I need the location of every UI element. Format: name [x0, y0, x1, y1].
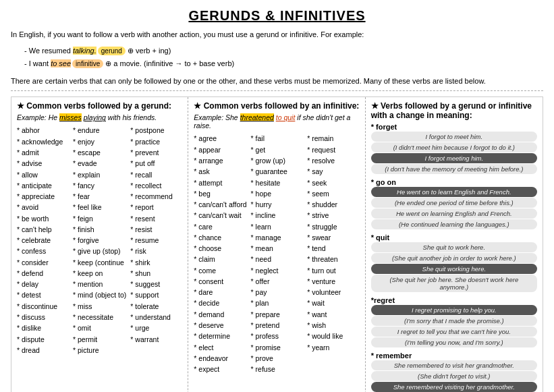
note-text: There are certain verbs that can only be… — [11, 76, 543, 91]
verb-regret: *regret I regret promising to help you. … — [371, 296, 537, 347]
col1-words-1: * abhor * acknowledge * admit * advise *… — [17, 125, 69, 356]
col-infinitive: ★ Common verbs followed by an infinitive… — [188, 97, 365, 392]
verb-go-on: * go on He went on to learn English and … — [371, 178, 537, 229]
intro-examples: - We resumed talking.gerund ⊕ verb + ing… — [24, 45, 543, 72]
main-grid: ★ Common verbs followed by a gerund: Exa… — [11, 96, 543, 392]
col2-example-highlight: threatened — [240, 113, 274, 121]
col2-word-cols: * agree * appear * arrange * ask * attem… — [194, 133, 359, 374]
example-infinitive: - I want to seeinfinitive ⊕ a movie. (in… — [24, 57, 543, 71]
star-icon-2: ★ — [194, 101, 201, 111]
example-gerund: - We resumed talking.gerund ⊕ verb + ing… — [24, 45, 543, 58]
star-icon-3: ★ — [371, 101, 379, 111]
col-change-meaning: ★ Verbs followed by a gerund or infiniti… — [366, 97, 543, 392]
infinitive-tag: infinitive — [72, 59, 103, 68]
col2-words-2: * fail * get * grow (up) * guarantee * h… — [251, 133, 304, 374]
col2-header: ★ Common verbs followed by an infinitive… — [194, 101, 359, 111]
col2-example: Example: She threatened to quit if she d… — [194, 113, 359, 130]
gerund-highlight: talking. — [73, 47, 96, 55]
verb-remember: * remember She remembered to visit her g… — [371, 352, 537, 392]
page-title: GERUNDS & INFINITIVES — [11, 8, 543, 24]
gerund-tag: gerund — [98, 47, 126, 55]
col-gerund: ★ Common verbs followed by a gerund: Exa… — [11, 97, 188, 392]
col1-word-cols: * abhor * acknowledge * admit * advise *… — [17, 125, 182, 356]
col1-example-highlight: misses — [59, 113, 82, 121]
col2-words-1: * agree * appear * arrange * ask * attem… — [194, 133, 246, 374]
infinitive-highlight: to see — [51, 59, 71, 67]
col1-example: Example: He misses playing with his frie… — [17, 113, 182, 121]
star-icon-1: ★ — [17, 101, 24, 111]
intro-text: In English, if you want to follow a verb… — [11, 29, 543, 40]
col1-words-2: * endure * enjoy * escape * evade * expl… — [73, 125, 126, 356]
col2-words-3: * remain * request * resolve * say * see… — [307, 133, 360, 374]
col3-header: ★ Verbs followed by a gerund or infiniti… — [371, 101, 537, 120]
col1-words-3: * postpone * practice * prevent * put of… — [130, 125, 182, 356]
verb-forget: * forget I forgot to meet him. (I didn't… — [371, 123, 537, 174]
verb-quit: * quit She quit to work here. (She quit … — [371, 233, 537, 292]
col1-header: ★ Common verbs followed by a gerund: — [17, 101, 182, 111]
